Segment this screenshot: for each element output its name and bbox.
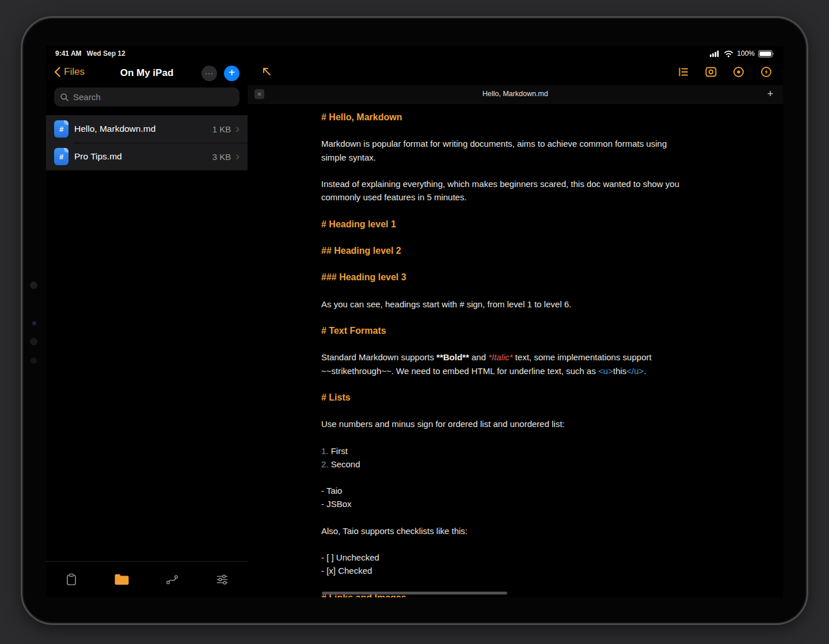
folder-icon (114, 573, 130, 586)
search-icon (60, 93, 69, 102)
tab-settings[interactable] (205, 567, 239, 592)
search-placeholder: Search (73, 92, 101, 102)
doc-line (321, 284, 679, 297)
more-button[interactable]: ⋯ (201, 66, 217, 81)
tab-actions[interactable] (155, 567, 189, 592)
bezel-sensor-dot (32, 321, 36, 325)
markdown-file-icon: # (54, 148, 69, 165)
focus-icon (732, 66, 745, 78)
editor-document: # Hello, Markdown Markdown is popular fo… (321, 110, 679, 597)
doc-line: # Lists (321, 391, 679, 404)
doc-line (321, 124, 679, 137)
clipboard-icon (64, 573, 78, 586)
doc-line (321, 311, 679, 324)
doc-line: As you can see, headings start with # si… (321, 298, 679, 311)
sliders-icon (215, 573, 229, 586)
doc-line: Markdown is popular format for writing d… (321, 137, 679, 150)
bezel-sensor-dot2 (31, 357, 37, 364)
file-row-hello-markdown[interactable]: # Hello, Markdown.md 1 KB › (46, 115, 248, 143)
doc-line (321, 231, 679, 244)
actions-icon (165, 573, 179, 586)
file-name: Hello, Markdown.md (74, 124, 212, 134)
chevron-right-icon: › (235, 123, 239, 136)
preview-icon (705, 66, 717, 78)
expand-button[interactable] (260, 65, 274, 79)
status-bar-left: 9:41 AM Wed Sep 12 (55, 48, 126, 59)
doc-line: Instead of explaining everything, which … (321, 177, 679, 190)
add-button[interactable]: + (224, 66, 239, 81)
focus-button[interactable] (732, 66, 745, 78)
files-sidebar: 9:41 AM Wed Sep 12 Files On My iPad ⋯ + (46, 46, 248, 597)
outline-button[interactable] (677, 66, 690, 78)
doc-line: commonly used features in 5 minutes. (321, 190, 679, 204)
doc-line: Use numbers and minus sign for ordered l… (321, 417, 679, 430)
file-size: 3 KB (212, 152, 231, 162)
preview-button[interactable] (705, 66, 717, 78)
desktop-background: 9:41 AM Wed Sep 12 Files On My iPad ⋯ + (0, 0, 829, 644)
status-date: Wed Sep 12 (87, 49, 126, 58)
home-indicator[interactable] (322, 592, 507, 595)
file-name: Pro Tips.md (74, 151, 212, 162)
tab-clipboard[interactable] (54, 567, 89, 592)
toolbar-right-icons (677, 66, 773, 78)
doc-line (321, 337, 679, 350)
doc-line (321, 378, 679, 391)
doc-line: simple syntax. (321, 151, 679, 164)
doc-line: # Hello, Markdown (321, 110, 679, 124)
doc-line: # Text Formats (321, 324, 679, 337)
doc-line: # Heading level 1 (321, 218, 679, 231)
editor-tab-bar: ✕ Hello, Markdown.md + (248, 85, 783, 104)
hash-glyph: # (59, 153, 63, 161)
file-row-pro-tips[interactable]: # Pro Tips.md 3 KB › (46, 143, 248, 170)
bezel-camera-dot (30, 281, 37, 289)
status-time: 9:41 AM (55, 49, 82, 58)
tab-title: Hello, Markdown.md (248, 90, 783, 98)
doc-line (321, 204, 679, 217)
new-tab-button[interactable]: + (763, 87, 777, 101)
hash-glyph: # (59, 125, 63, 134)
nav-buttons: ⋯ + (201, 66, 239, 81)
tab-files-active[interactable] (104, 567, 139, 592)
doc-line (321, 511, 679, 524)
doc-line (321, 431, 679, 444)
doc-line: 2. Second (321, 458, 679, 471)
chevron-right-icon: › (235, 150, 239, 163)
plus-icon: + (767, 88, 774, 100)
editor-toolbar (248, 46, 783, 85)
plus-icon: + (229, 66, 235, 79)
quick-actions-button[interactable] (760, 66, 773, 78)
sidebar-nav: Files On My iPad ⋯ + (46, 63, 248, 84)
markdown-file-icon: # (54, 120, 69, 138)
doc-line: - JSBox (321, 497, 679, 510)
bezel-camera-lens (30, 338, 37, 345)
doc-line: ## Heading level 2 (321, 244, 679, 257)
doc-line (321, 164, 679, 177)
editor-pane: 100% (248, 46, 783, 597)
doc-line: 1. First (321, 444, 679, 458)
doc-line (321, 404, 679, 417)
ipad-screen: 9:41 AM Wed Sep 12 Files On My iPad ⋯ + (46, 46, 783, 597)
doc-line: ### Heading level 3 (321, 270, 679, 284)
ellipsis-icon: ⋯ (205, 68, 214, 79)
sidebar-tab-bar (46, 561, 248, 597)
doc-line (321, 257, 679, 270)
outline-icon (677, 66, 690, 78)
flash-icon (760, 66, 773, 78)
doc-line (321, 578, 679, 591)
doc-line: - [x] Checked (321, 564, 679, 577)
doc-line (321, 471, 679, 484)
doc-line: - Taio (321, 484, 679, 497)
file-size: 1 KB (212, 124, 231, 134)
file-list: # Hello, Markdown.md 1 KB › # Pro Tips.m… (46, 115, 248, 170)
expand-icon (260, 65, 274, 79)
editor-content-area[interactable]: # Hello, Markdown Markdown is popular fo… (248, 104, 783, 597)
doc-line: Also, Taio supports checklists like this… (321, 524, 679, 538)
search-input[interactable]: Search (54, 87, 239, 106)
doc-line: Standard Markdown supports **Bold** and … (321, 350, 679, 364)
doc-line: ~~strikethrough~~. We need to embed HTML… (321, 364, 679, 378)
doc-line: - [ ] Unchecked (321, 551, 679, 564)
doc-line (321, 538, 679, 551)
